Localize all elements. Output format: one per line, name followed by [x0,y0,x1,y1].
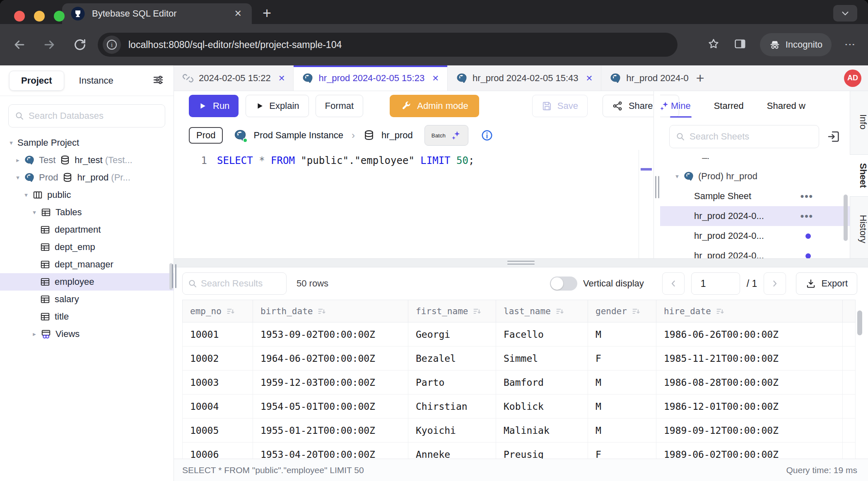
sheet-search-input[interactable] [690,131,813,142]
tree-item-views[interactable]: ▸Views [0,325,174,343]
editor-tab-1[interactable]: 2024-02-05 15:22✕ [174,65,294,91]
instance-name[interactable]: Prod Sample Instance [253,130,343,141]
batch-button[interactable]: Batch [424,125,468,146]
sheet-search[interactable] [669,125,819,148]
sheet-item-5[interactable]: hr_prod 2024-0... [660,226,850,246]
tree-item-employee[interactable]: employee [0,273,174,291]
close-tab-icon[interactable]: ✕ [586,73,593,83]
side-panel-icon[interactable] [733,37,747,52]
tree-item-sample-project[interactable]: ▾Sample Project [0,134,174,152]
sidebar-tab-instance[interactable]: Instance [70,71,123,90]
sort-icon[interactable] [715,306,725,316]
sort-icon[interactable] [317,306,327,316]
results-scrollbar[interactable] [857,310,862,335]
page-number-input[interactable] [691,272,740,295]
browser-menu-icon[interactable]: ⋮ [845,39,856,50]
save-button[interactable]: Save [532,95,588,117]
import-sheet-icon[interactable] [827,130,841,144]
tab-search-chevron-button[interactable] [833,5,857,22]
table-row-5[interactable]: 100051955-01-21T00:00:00ZKyoichiMaliniak… [183,418,856,443]
panel-resize-divider[interactable] [653,91,660,258]
sheet-item-6[interactable]: hr_prod 2024-0... [660,246,850,258]
editor-tab-4[interactable]: hr_prod 2024-0 [601,65,688,91]
tree-item-hr_prod[interactable]: ▾Prodhr_prod(Pr... [0,169,174,186]
editor-tab-2[interactable]: hr_prod 2024-02-05 15:23✕ [294,65,447,91]
table-row-3[interactable]: 100031959-12-03T00:00:00ZPartoBamfordM19… [183,370,856,394]
sheet-item-4[interactable]: hr_prod 2024-0...••• [660,206,850,226]
sort-icon[interactable] [555,306,565,316]
filter-sliders-icon[interactable] [152,74,164,88]
tree-item-dept_manager[interactable]: dept_manager [0,256,174,273]
sheet-list-scrollbar[interactable] [844,195,848,241]
tree-item-title[interactable]: title [0,308,174,325]
sheet-item-1[interactable]: hr_prod 2024-0... [660,158,850,164]
user-avatar[interactable]: AD [844,70,861,87]
tree-item-public[interactable]: ▾public [0,186,174,204]
results-search-input[interactable] [201,278,281,289]
editor-overview-ruler[interactable] [639,150,653,258]
reload-icon[interactable] [73,38,87,52]
close-tab-icon[interactable]: ✕ [432,73,439,83]
column-header-emp_no[interactable]: emp_no [183,300,253,322]
tree-item-tables[interactable]: ▾Tables [0,204,174,221]
database-search[interactable] [8,104,165,127]
column-header-gender[interactable]: gender [588,300,656,322]
column-header-hire_date[interactable]: hire_date [656,300,843,322]
tree-item-dept_emp[interactable]: dept_emp [0,238,174,256]
admin-mode-button[interactable]: Admin mode [390,95,479,117]
column-header-last_name[interactable]: last_name [496,300,588,322]
run-button[interactable]: Run [189,95,239,117]
new-browser-tab-button[interactable]: + [263,6,271,21]
tree-item-department[interactable]: department [0,221,174,238]
sheet-item-2[interactable]: ▾(Prod) hr_prod [660,166,850,186]
maximize-window-button[interactable] [54,11,65,22]
export-button[interactable]: Export [796,272,857,295]
prev-page-button[interactable] [662,272,685,295]
column-header-first_name[interactable]: first_name [408,300,496,322]
close-tab-icon[interactable]: ✕ [278,73,285,83]
editor-tab-3[interactable]: hr_prod 2024-02-05 15:43✕ [448,65,601,91]
browser-tab[interactable]: Bytebase SQL Editor ✕ [62,3,252,24]
new-sheet-tab-button[interactable]: + [689,65,712,91]
sheet-item-menu-icon[interactable]: ••• [800,210,813,222]
minimize-window-button[interactable] [34,11,45,22]
explain-button[interactable]: Explain [246,95,309,117]
results-search[interactable] [182,272,287,295]
sort-icon[interactable] [226,306,236,316]
table-row-2[interactable]: 100021964-06-02T00:00:00ZBezalelSimmelF1… [183,346,856,370]
close-window-button[interactable] [14,11,25,22]
address-bar[interactable]: i localhost:8080/sql-editor/sheet/projec… [98,33,678,57]
info-icon[interactable] [481,129,493,142]
sheet-tab-starred[interactable]: Starred [714,91,744,121]
sheet-item-menu-icon[interactable]: ••• [800,190,813,202]
panel-resize-handle[interactable] [655,176,659,198]
table-row-1[interactable]: 100011953-09-02T00:00:00ZGeorgiFacelloM1… [183,322,856,346]
next-page-button[interactable] [764,272,786,295]
sql-code-editor[interactable]: 1 SELECT * FROM "public"."employee" LIMI… [174,150,653,258]
browser-tab-close-icon[interactable]: ✕ [233,8,244,19]
sort-icon[interactable] [472,306,482,316]
table-row-4[interactable]: 100041954-05-01T00:00:00ZChirstianKoblic… [183,394,856,418]
database-search-input[interactable] [29,111,159,121]
vertical-display-toggle[interactable] [550,277,577,291]
back-icon[interactable] [12,38,27,52]
format-button[interactable]: Format [316,95,364,117]
sheet-tab-mine[interactable]: Mine [671,91,691,121]
forward-icon[interactable] [42,38,56,52]
tree-item-salary[interactable]: salary [0,291,174,308]
bookmark-star-icon[interactable] [707,37,720,52]
right-tab-sheet[interactable]: Sheet [850,154,868,197]
sheet-item-3[interactable]: Sample Sheet••• [660,186,850,206]
tree-item-hr_test[interactable]: ▸Testhr_test(Test... [0,152,174,169]
sort-icon[interactable] [631,306,641,316]
column-header-birth_date[interactable]: birth_date [253,300,408,322]
sheet-tab-shared-w[interactable]: Shared w [767,91,805,121]
sidebar-tab-project[interactable]: Project [9,71,64,91]
results-splitter[interactable] [174,258,868,267]
table-row-6[interactable]: 100061953-04-20T00:00:00ZAnnekePreusigF1… [183,443,856,459]
right-tab-info[interactable]: Info [850,106,868,138]
sidebar-resize-handle[interactable] [171,264,177,288]
environment-chip[interactable]: Prod [189,127,223,144]
site-info-icon[interactable]: i [103,36,121,54]
database-name[interactable]: hr_prod [381,130,413,141]
